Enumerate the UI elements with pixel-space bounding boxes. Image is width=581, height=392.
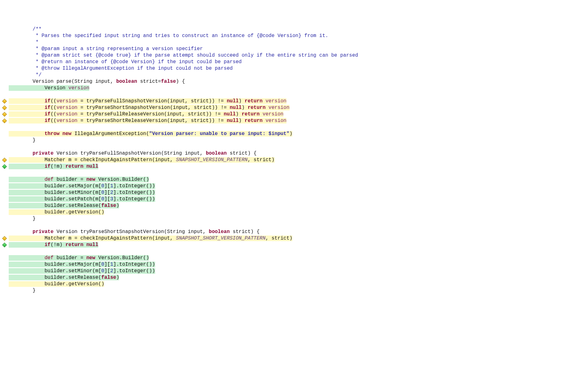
code-line[interactable]: Version version [0,85,581,91]
code-line[interactable]: * @throw IllegalArgumentException if the… [0,65,581,72]
code-content[interactable]: builder.setRelease(false) [9,203,581,209]
code-content[interactable]: /** [9,26,581,33]
code-content[interactable] [9,248,581,255]
code-line[interactable]: if((version = tryParseShortSnapshotVersi… [0,105,581,111]
gutter[interactable] [0,26,9,33]
code-line[interactable]: builder.getVersion() [0,209,581,216]
gutter[interactable] [0,255,9,261]
code-content[interactable]: builder.setRelease(false) [9,274,581,281]
code-content[interactable]: private Version tryParseShortSnapshotVer… [9,229,581,235]
code-line[interactable]: builder.setMinor(m[0][2].toInteger()) [0,189,581,196]
gutter[interactable] [0,98,9,105]
gutter[interactable] [0,46,9,52]
code-content[interactable]: * @throw IllegalArgumentException if the… [9,65,581,72]
code-content[interactable]: Matcher m = checkInputAgainstPattern(inp… [9,235,581,242]
code-content[interactable]: builder.getVersion() [9,209,581,216]
code-content[interactable]: if((version = tryParseFullSnapshotVersio… [9,98,581,105]
code-line[interactable]: def builder = new Version.Builder() [0,255,581,261]
code-line[interactable]: Matcher m = checkInputAgainstPattern(inp… [0,157,581,163]
gutter[interactable] [0,78,9,85]
code-line[interactable]: builder.setRelease(false) [0,203,581,209]
gutter[interactable] [0,281,9,287]
code-content[interactable]: builder.setMajor(m[0][1].toInteger()) [9,261,581,268]
code-content[interactable]: Version version [9,85,581,91]
code-line[interactable]: * @return an instance of {@code Version}… [0,59,581,65]
code-line[interactable]: } [0,287,581,294]
code-line[interactable]: if(!m) return null [0,242,581,248]
code-content[interactable] [9,91,581,98]
coverage-partial-icon[interactable] [2,119,7,124]
gutter[interactable] [0,111,9,118]
code-content[interactable]: * [9,39,581,46]
code-line[interactable]: def builder = new Version.Builder() [0,176,581,183]
gutter[interactable] [0,163,9,170]
gutter[interactable] [0,235,9,242]
code-content[interactable]: builder.setMinor(m[0][2].toInteger()) [9,268,581,274]
code-line[interactable] [0,222,581,229]
code-content[interactable]: if((version = tryParseShortReleaseVersio… [9,118,581,124]
gutter[interactable] [0,59,9,65]
gutter[interactable] [0,176,9,183]
code-content[interactable]: def builder = new Version.Builder() [9,255,581,261]
code-line[interactable] [0,248,581,255]
code-line[interactable]: builder.setMinor(m[0][2].toInteger()) [0,268,581,274]
gutter[interactable] [0,261,9,268]
code-line[interactable]: Matcher m = checkInputAgainstPattern(inp… [0,235,581,242]
code-line[interactable]: /** [0,26,581,33]
code-line[interactable]: Version parse(String input, boolean stri… [0,78,581,85]
gutter[interactable] [0,33,9,39]
code-content[interactable]: builder.setMajor(m[0][1].toInteger()) [9,183,581,189]
gutter[interactable] [0,150,9,157]
code-content[interactable]: } [9,287,581,294]
code-content[interactable]: * @return an instance of {@code Version}… [9,59,581,65]
code-line[interactable]: } [0,137,581,144]
code-content[interactable] [9,170,581,176]
code-content[interactable]: def builder = new Version.Builder() [9,176,581,183]
code-content[interactable]: builder.getVersion() [9,281,581,287]
code-line[interactable]: builder.setMajor(m[0][1].toInteger()) [0,261,581,268]
coverage-full-icon[interactable] [2,164,7,169]
code-line[interactable]: if((version = tryParseShortReleaseVersio… [0,118,581,124]
code-content[interactable]: */ [9,72,581,78]
gutter[interactable] [0,203,9,209]
code-content[interactable]: if((version = tryParseShortSnapshotVersi… [9,105,581,111]
coverage-partial-icon[interactable] [2,105,7,110]
code-content[interactable]: builder.setMinor(m[0][2].toInteger()) [9,189,581,196]
code-line[interactable]: } [0,216,581,222]
gutter[interactable] [0,157,9,163]
gutter[interactable] [0,287,9,294]
code-content[interactable]: * Parses the specified input string and … [9,33,581,39]
coverage-full-icon[interactable] [2,243,7,248]
code-line[interactable] [0,170,581,176]
code-line[interactable]: * @param input a string representing a v… [0,46,581,52]
code-line[interactable]: private Version tryParseFullSnapshotVers… [0,150,581,157]
code-line[interactable]: */ [0,72,581,78]
code-line[interactable]: builder.setPatch(m[0][3].toInteger()) [0,196,581,203]
code-content[interactable]: if((version = tryParseFullReleaseVersion… [9,111,581,118]
code-line[interactable] [0,144,581,150]
code-content[interactable] [9,222,581,229]
gutter[interactable] [0,189,9,196]
code-content[interactable]: } [9,137,581,144]
gutter[interactable] [0,85,9,91]
code-line[interactable]: builder.setRelease(false) [0,274,581,281]
gutter[interactable] [0,65,9,72]
gutter[interactable] [0,105,9,111]
code-line[interactable]: if((version = tryParseFullReleaseVersion… [0,111,581,118]
coverage-partial-icon[interactable] [2,158,7,163]
code-line[interactable]: private Version tryParseShortSnapshotVer… [0,229,581,235]
gutter[interactable] [0,229,9,235]
code-line[interactable]: if(!m) return null [0,163,581,170]
code-content[interactable]: Matcher m = checkInputAgainstPattern(inp… [9,157,581,163]
gutter[interactable] [0,183,9,189]
gutter[interactable] [0,274,9,281]
code-content[interactable]: * @param input a string representing a v… [9,46,581,52]
code-line[interactable] [0,124,581,131]
gutter[interactable] [0,170,9,176]
code-line[interactable]: if((version = tryParseFullSnapshotVersio… [0,98,581,105]
gutter[interactable] [0,118,9,124]
gutter[interactable] [0,268,9,274]
gutter[interactable] [0,91,9,98]
code-content[interactable]: Version parse(String input, boolean stri… [9,78,581,85]
gutter[interactable] [0,196,9,203]
